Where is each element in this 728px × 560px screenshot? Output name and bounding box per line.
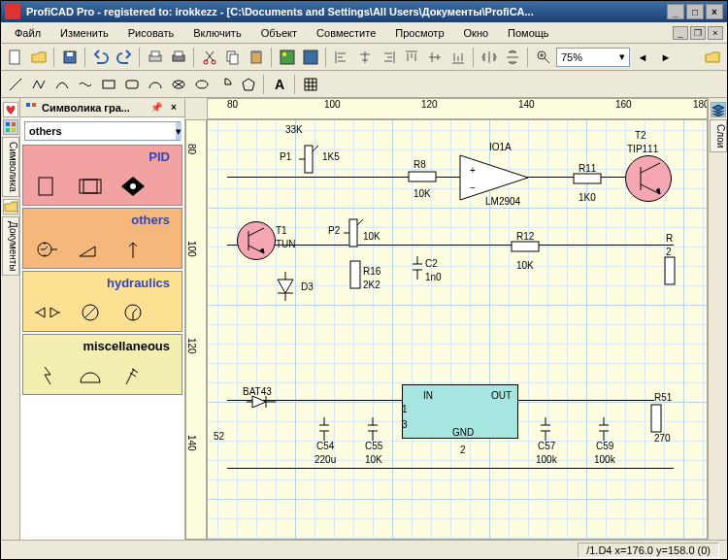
cross-ellipse-tool[interactable] bbox=[168, 74, 189, 95]
align-center-h-button[interactable] bbox=[354, 47, 376, 68]
arrow-right-button[interactable]: ► bbox=[655, 47, 677, 68]
menu-help[interactable]: Помощь bbox=[498, 25, 559, 41]
menu-window[interactable]: Окно bbox=[454, 25, 499, 41]
mdi-restore-button[interactable]: ❐ bbox=[690, 26, 706, 40]
close-button[interactable]: × bbox=[706, 4, 723, 19]
panel-close-icon[interactable]: × bbox=[167, 101, 181, 115]
documents-tab-icon[interactable] bbox=[3, 199, 18, 214]
new-button[interactable] bbox=[5, 47, 26, 68]
misc-symbol-2[interactable] bbox=[74, 361, 107, 390]
category-dropdown[interactable]: ▾ bbox=[24, 121, 181, 141]
folder-button[interactable] bbox=[702, 47, 723, 68]
line-tool[interactable] bbox=[5, 74, 26, 95]
align-bottom-button[interactable] bbox=[447, 47, 469, 68]
menu-draw[interactable]: Рисовать bbox=[118, 25, 184, 41]
drawing-canvas[interactable]: 33KP11K5R810KIO1A+−LM2904R111K0T2TIP111T… bbox=[207, 119, 708, 540]
chevron-down-icon[interactable]: ▾ bbox=[176, 122, 182, 140]
hyd-symbol-1[interactable] bbox=[31, 298, 64, 327]
flip-v-button[interactable] bbox=[502, 47, 523, 68]
mdi-minimize-button[interactable]: _ bbox=[673, 26, 688, 40]
cap-c55[interactable] bbox=[367, 417, 379, 441]
align-right-button[interactable] bbox=[378, 47, 399, 68]
hyd-symbol-2[interactable] bbox=[74, 298, 107, 327]
pie-tool[interactable] bbox=[215, 74, 236, 95]
menu-file[interactable]: Файл bbox=[5, 25, 50, 41]
polyline-tool[interactable] bbox=[28, 74, 50, 95]
chevron-down-icon[interactable]: ▾ bbox=[615, 50, 629, 63]
flip-h-button[interactable] bbox=[479, 47, 500, 68]
resistor-r8[interactable] bbox=[408, 171, 437, 182]
grid-toggle[interactable] bbox=[300, 74, 321, 95]
ellipse-tool[interactable] bbox=[191, 74, 213, 95]
rect-tool[interactable] bbox=[98, 74, 119, 95]
arrow-left-button[interactable]: ◄ bbox=[632, 47, 653, 68]
save-button[interactable] bbox=[59, 47, 81, 68]
pid-symbol-2[interactable] bbox=[74, 172, 107, 201]
pin-icon[interactable]: 📌 bbox=[149, 101, 163, 115]
menu-insert[interactable]: Включить bbox=[183, 25, 250, 41]
misc-symbol-1[interactable] bbox=[31, 361, 64, 390]
cap-c2[interactable] bbox=[412, 256, 423, 280]
misc-symbol-3[interactable] bbox=[116, 361, 149, 390]
opamp-io1a[interactable] bbox=[458, 153, 530, 202]
roundrect-tool[interactable] bbox=[121, 74, 143, 95]
heart-icon[interactable] bbox=[3, 102, 18, 117]
menu-align[interactable]: Совместите bbox=[307, 25, 385, 41]
redo-button[interactable] bbox=[114, 47, 135, 68]
pid-symbol-1[interactable] bbox=[31, 172, 64, 201]
resistor-r12[interactable] bbox=[511, 241, 540, 252]
symbols-tab[interactable]: Символика bbox=[2, 137, 19, 197]
text-tool[interactable]: A bbox=[269, 74, 290, 95]
category-hydraulics[interactable]: hydraulics bbox=[22, 271, 182, 332]
maximize-button[interactable]: □ bbox=[686, 4, 704, 19]
pot-p2[interactable] bbox=[344, 214, 363, 252]
paste-button[interactable] bbox=[246, 47, 267, 68]
pid-symbol-3[interactable] bbox=[116, 172, 149, 201]
copy-button[interactable] bbox=[222, 47, 244, 68]
arc-tool[interactable] bbox=[145, 74, 166, 95]
symbols-tab-icon[interactable] bbox=[3, 119, 18, 135]
align-left-button[interactable] bbox=[331, 47, 352, 68]
polygon-tool[interactable] bbox=[238, 74, 259, 95]
resistor-r16[interactable] bbox=[349, 260, 361, 289]
cap-c57[interactable] bbox=[540, 417, 551, 441]
others-symbol-1[interactable] bbox=[31, 235, 64, 264]
undo-button[interactable] bbox=[90, 47, 112, 68]
menu-view[interactable]: Просмотр bbox=[385, 25, 453, 41]
print-preview-button[interactable] bbox=[145, 47, 166, 68]
zoom-combo[interactable]: ▾ bbox=[556, 48, 630, 67]
category-others[interactable]: others bbox=[22, 208, 182, 269]
pot-p1[interactable] bbox=[299, 140, 318, 179]
align-center-v-button[interactable] bbox=[424, 47, 446, 68]
cap-c54[interactable] bbox=[318, 417, 330, 441]
resistor-r[interactable] bbox=[664, 256, 676, 285]
others-symbol-3[interactable] bbox=[116, 235, 149, 264]
diode-d3[interactable] bbox=[276, 272, 295, 301]
layers-tab[interactable]: Слои bbox=[710, 119, 727, 152]
menu-edit[interactable]: Изменить bbox=[50, 25, 118, 41]
minimize-button[interactable]: _ bbox=[667, 4, 684, 19]
image1-button[interactable] bbox=[277, 47, 298, 68]
resistor-r51[interactable] bbox=[650, 404, 662, 433]
open-button[interactable] bbox=[28, 47, 50, 68]
others-symbol-2[interactable] bbox=[74, 235, 107, 264]
image2-button[interactable] bbox=[300, 47, 321, 68]
align-top-button[interactable] bbox=[401, 47, 422, 68]
mdi-close-button[interactable]: × bbox=[708, 26, 723, 40]
layers-tab-icon[interactable] bbox=[711, 102, 726, 117]
resistor-r11[interactable] bbox=[573, 173, 602, 184]
documents-tab[interactable]: Документы bbox=[2, 216, 19, 277]
cut-button[interactable] bbox=[199, 47, 220, 68]
menu-object[interactable]: Объект bbox=[251, 25, 307, 41]
zoom-input[interactable] bbox=[557, 51, 615, 63]
category-input[interactable] bbox=[25, 122, 176, 140]
category-pid[interactable]: PID bbox=[22, 145, 182, 206]
hyd-symbol-3[interactable] bbox=[116, 298, 149, 327]
curve-tool[interactable] bbox=[51, 74, 73, 95]
schematic-label: IO1A bbox=[489, 142, 512, 152]
print-button[interactable] bbox=[168, 47, 189, 68]
bezier-tool[interactable] bbox=[75, 74, 96, 95]
cap-c59[interactable] bbox=[598, 417, 610, 441]
category-misc[interactable]: miscellaneous bbox=[22, 334, 182, 395]
zoom-button[interactable] bbox=[533, 47, 554, 68]
